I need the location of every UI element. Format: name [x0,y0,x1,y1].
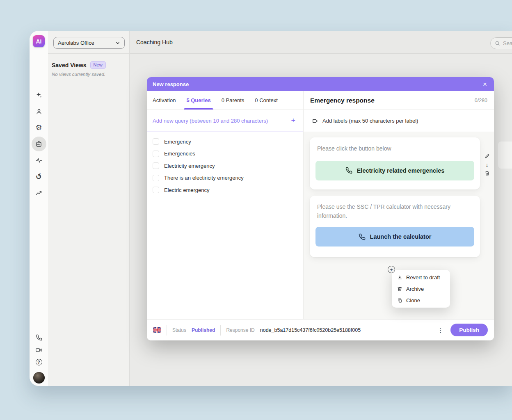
query-checkbox[interactable] [153,162,159,169]
electricity-emergencies-button[interactable]: Electricity related emergencies [315,161,474,180]
status-label: Status [172,327,186,333]
sidebar-item-settings[interactable]: ⚙ [30,123,48,132]
background-panel-strip [498,142,512,169]
pulse-icon [35,157,43,164]
add-response-button[interactable]: + [388,266,395,273]
phone-icon [345,167,352,174]
sparkles-icon [35,91,43,99]
sidebar-item-contacts[interactable] [30,107,48,116]
add-labels-placeholder: Add labels (max 50 characters per label) [322,118,418,124]
new-badge: New [90,61,106,69]
trash-icon[interactable] [485,171,490,176]
launch-calculator-button[interactable]: Launch the calculator [315,227,474,247]
menu-item-label: Archive [406,286,424,292]
card-prompt: Please click the button below [315,144,474,153]
query-checkbox[interactable] [153,175,159,181]
tab-parents[interactable]: 0 Parents [222,91,245,110]
modal-header: New response × [147,77,494,91]
add-query-input[interactable]: Add new query (between 10 and 280 charac… [147,110,303,132]
topbar: Coaching Hub [130,31,512,54]
char-counter: 0/280 [475,98,487,103]
edit-pencil-icon[interactable] [484,153,490,159]
search-icon [495,41,500,46]
query-label: Emergency [164,139,191,145]
publish-button[interactable]: Publish [450,324,488,336]
response-header: Emergency response 0/280 [304,91,494,110]
app-logo[interactable]: Ai [33,35,45,47]
card-prompt: Please use the SSC / TPR calculator with… [315,203,473,220]
video-camera-icon [35,347,42,354]
query-row: Emergencies [153,151,297,157]
new-response-modal: New response × Activation 5 Queries 0 Pa… [147,77,494,340]
person-icon [35,108,43,115]
rail-item-video[interactable] [30,346,48,354]
response-content: Please click the button below Electricit… [304,132,494,319]
sidebar-item-assistant[interactable] [30,91,48,99]
button-label: Launch the calculator [370,233,432,240]
query-label: Electric emergency [164,187,210,193]
user-menu[interactable] [30,372,48,383]
avatar [33,372,45,383]
query-row: Emergency [153,138,297,145]
gear-icon: ⚙ [35,124,42,131]
divider [220,325,221,336]
sidebar-item-activity[interactable] [30,156,48,164]
response-card: Please use the SSC / TPR calculator with… [310,196,480,257]
app-logo-text: Ai [36,38,42,45]
sidebar-item-analytics[interactable] [30,189,48,197]
query-list: Emergency Emergencies Electricity emerge… [147,132,303,319]
tab-activation[interactable]: Activation [153,91,176,110]
chevron-down-icon [115,41,120,46]
query-checkbox[interactable] [153,138,159,145]
query-label: Emergencies [164,151,195,157]
sidebar-item-coaching-hub[interactable] [30,137,48,151]
overflow-menu-icon[interactable]: ⋮ [436,326,445,334]
close-icon[interactable]: × [482,81,488,88]
menu-item-clone[interactable]: Clone [392,294,450,306]
tab-queries[interactable]: 5 Queries [186,91,210,110]
workspace-select[interactable]: Aerolabs Office [53,37,125,49]
saved-views-title: Saved Views [52,62,87,68]
phone-icon [36,334,42,341]
rail-item-help[interactable]: ? [30,358,48,366]
tag-icon [312,118,318,124]
search-input[interactable]: Search [490,37,512,49]
sidebar-header: Aerolabs Office [48,31,129,54]
response-title: Emergency response [310,97,375,104]
trend-up-icon [35,189,43,197]
plus-icon: + [390,267,393,272]
query-label: Electricity emergency [164,163,215,169]
add-labels-input[interactable]: Add labels (max 50 characters per label) [304,110,494,132]
query-checkbox[interactable] [153,151,159,157]
move-down-icon[interactable]: ↓ [486,162,489,168]
uk-flag-icon [153,327,161,333]
icon-rail: Ai ⚙ [30,31,48,386]
copy-icon [397,298,402,303]
button-label: Electricity related emergencies [357,167,445,174]
query-row: Electricity emergency [153,162,297,169]
menu-item-label: Clone [406,297,420,304]
query-row: There is an electiricity emergency [153,175,297,181]
queries-column: Activation 5 Queries 0 Parents 0 Context… [147,91,304,319]
response-column: Emergency response 0/280 Add labels (max… [304,91,494,319]
active-item-highlight [32,137,46,151]
phone-icon [359,233,366,240]
query-row: Electric emergency [153,187,297,193]
sidebar-item-history[interactable]: ↺ [30,173,48,181]
response-context-menu: Revert to draft Archive Cl [392,270,450,308]
query-checkbox[interactable] [153,187,159,193]
search-placeholder: Search [503,40,512,46]
modal-title: New response [153,81,189,87]
tab-context[interactable]: 0 Context [255,91,278,110]
trash-icon [397,286,402,292]
coaching-tag-icon [35,140,43,148]
menu-item-archive[interactable]: Archive [392,283,450,294]
add-query-button[interactable]: + [289,116,297,125]
menu-item-revert-to-draft[interactable]: Revert to draft [392,272,450,283]
workspace-select-value: Aerolabs Office [58,40,94,46]
divider [167,325,167,336]
rail-item-phone[interactable] [30,333,48,342]
history-icon: ↺ [34,172,43,181]
page-title: Coaching Hub [136,39,173,46]
card-actions: ↓ [482,153,491,176]
